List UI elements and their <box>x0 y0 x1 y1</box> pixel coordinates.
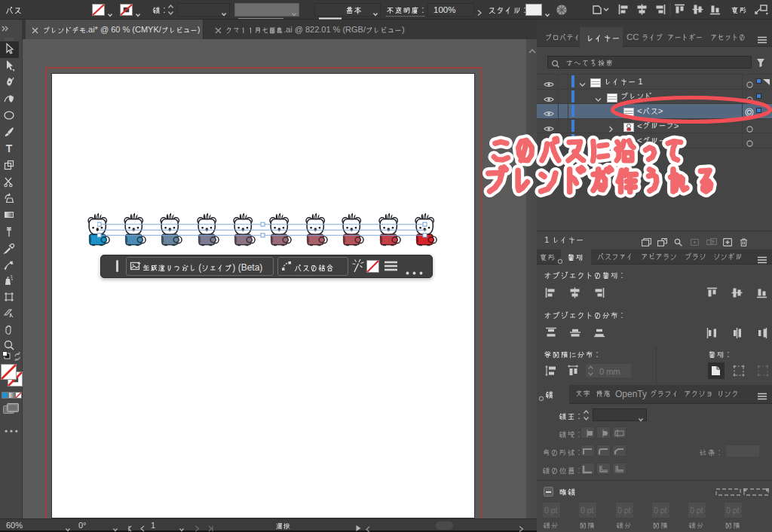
svg-text:T: T <box>6 142 13 154</box>
